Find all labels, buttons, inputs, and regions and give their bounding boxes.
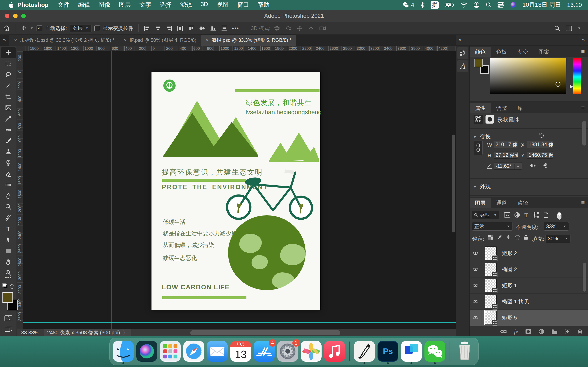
home-icon[interactable]	[3, 25, 10, 32]
brush-tool[interactable]	[1, 135, 16, 146]
dock-item-trash[interactable]	[454, 341, 475, 362]
align-center-v-icon[interactable]	[199, 25, 206, 32]
link-layers-icon[interactable]	[500, 329, 507, 334]
lock-position-icon[interactable]	[506, 235, 511, 240]
type-tool[interactable]: T	[1, 224, 16, 234]
filter-adjustment-layers-icon[interactable]	[514, 212, 520, 218]
siri-menu-icon[interactable]	[510, 2, 516, 8]
dock-item-pen-app[interactable]	[354, 341, 375, 362]
ruler-corner[interactable]	[17, 46, 23, 51]
new-group-icon[interactable]	[551, 329, 558, 334]
layer-style-icon[interactable]: fx	[514, 328, 518, 335]
auto-select-checkbox[interactable]: ✓	[36, 25, 42, 31]
saturation-field[interactable]	[490, 58, 566, 94]
dock-item-siri[interactable]	[136, 341, 157, 362]
input-method-icon[interactable]: 拼	[431, 1, 439, 9]
align-right-icon[interactable]	[165, 25, 173, 32]
dock-item-photoshop[interactable]: Ps	[378, 341, 398, 362]
height-field[interactable]: 27.12 像素	[494, 151, 518, 159]
dock-item-finder[interactable]	[113, 341, 134, 362]
collapse-panels-icon[interactable]: «	[458, 37, 461, 43]
screen-mode-icon[interactable]	[1, 324, 16, 335]
lock-transparent-pixels-icon[interactable]	[488, 235, 493, 240]
dock-item-safari[interactable]	[183, 341, 204, 362]
lasso-tool[interactable]	[1, 69, 16, 80]
menu-item-滤镜[interactable]: 滤镜	[180, 1, 192, 9]
battery-icon[interactable]	[445, 2, 454, 8]
eyedropper-tool[interactable]	[1, 113, 16, 124]
wechat-menu-icon[interactable]: 4	[402, 2, 414, 8]
menu-item-文字[interactable]: 文字	[139, 1, 151, 9]
distribute-h-icon[interactable]	[177, 25, 183, 32]
layer-name[interactable]: 椭圆 2	[502, 266, 517, 273]
dock-item-calendar[interactable]: 10月13	[230, 341, 251, 362]
color-tab-颜色[interactable]: 颜色	[470, 47, 491, 57]
menu-item-帮助[interactable]: 帮助	[258, 1, 269, 9]
rectangle-tool[interactable]	[1, 245, 16, 257]
eraser-tool[interactable]	[1, 168, 16, 179]
panel-menu-icon[interactable]: ≡	[581, 104, 585, 111]
layer-row-椭圆 2[interactable]: 椭圆 2	[470, 261, 588, 277]
layer-name[interactable]: 椭圆 1 拷贝	[502, 298, 529, 305]
delete-layer-icon[interactable]	[577, 329, 583, 334]
document-tab-1[interactable]: ×未标题-1.psd @ 33.3% (形状 2 拷贝, 红/8) *	[9, 35, 119, 46]
blend-mode-dropdown[interactable]: 正常▼	[472, 222, 512, 231]
dock-item-mail[interactable]	[207, 341, 228, 362]
dodge-tool[interactable]	[1, 201, 16, 212]
canvas-vertical-scrollbar[interactable]	[452, 134, 455, 233]
reset-transform-icon[interactable]	[538, 132, 545, 139]
document-info[interactable]: 2480 像素 x 3508 像素 (300 ppi) 〉	[44, 329, 131, 336]
dock-item-photos[interactable]	[301, 341, 321, 362]
transform-section-header[interactable]: ▼变换	[473, 133, 491, 140]
lock-artboard-icon[interactable]	[515, 235, 520, 240]
close-tab-icon[interactable]: ×	[206, 37, 209, 43]
document-tab-2[interactable]: ×IP.psd @ 50% (图层 4, RGB/8)	[119, 35, 201, 46]
add-mask-icon[interactable]	[525, 329, 532, 334]
layer-row-椭圆 1 拷贝[interactable]: 椭圆 1 拷贝	[470, 294, 588, 310]
close-tab-icon[interactable]: ×	[14, 37, 17, 43]
auto-select-dropdown[interactable]: 图层 ▼	[70, 24, 91, 33]
dock-item-wechat[interactable]	[424, 341, 445, 362]
properties-tab-库[interactable]: 库	[512, 103, 528, 113]
vertical-guide[interactable]	[111, 51, 112, 329]
panel-menu-icon[interactable]: ≡	[581, 199, 585, 206]
dock-item-music[interactable]	[324, 341, 345, 362]
menu-app-name[interactable]: Photoshop	[17, 2, 48, 8]
layer-filter-toggle[interactable]	[557, 212, 562, 220]
dock-item-appstore[interactable]: 4	[254, 341, 275, 362]
menu-item-窗口[interactable]: 窗口	[237, 1, 249, 9]
dock-item-settings[interactable]: 1	[277, 341, 298, 362]
layer-row-矩形 1[interactable]: 矩形 1	[470, 277, 588, 294]
layers-scrollbar[interactable]	[583, 263, 586, 292]
menu-item-视图[interactable]: 视图	[217, 1, 229, 9]
filter-smart-objects-icon[interactable]	[543, 212, 549, 218]
flip-horizontal-icon[interactable]	[529, 162, 536, 169]
layer-name[interactable]: 矩形 5	[502, 314, 517, 321]
chevron-down-icon[interactable]: ▼	[515, 164, 520, 169]
quick-mask-icon[interactable]	[1, 313, 16, 324]
align-top-icon[interactable]	[188, 25, 195, 32]
properties-tab-调整[interactable]: 调整	[491, 103, 512, 113]
poster-document[interactable]: 绿色发展，和谐共生 lvsefazhan,hexiegongsheng 提高环保…	[151, 72, 320, 310]
scrollbar-thumb[interactable]	[190, 330, 340, 335]
align-center-h-icon[interactable]	[155, 25, 162, 32]
layers-tab-图层[interactable]: 图层	[470, 198, 491, 208]
layer-row-矩形 5[interactable]: 矩形 5	[470, 310, 588, 326]
layer-row-矩形 2[interactable]: 矩形 2	[470, 245, 588, 261]
new-adjustment-layer-icon[interactable]	[539, 329, 544, 334]
history-brush-tool[interactable]	[1, 157, 16, 168]
zoom-window-button[interactable]	[21, 14, 26, 18]
canvas-pasteboard[interactable]: 绿色发展，和谐共生 lvsefazhan,hexiegongsheng 提高环保…	[23, 51, 456, 329]
expand-panels-icon[interactable]: »	[582, 37, 585, 43]
rectangular-marquee-tool[interactable]	[1, 58, 16, 69]
crop-tool[interactable]	[1, 91, 16, 102]
workspace-icon[interactable]	[566, 25, 572, 31]
layer-name[interactable]: 矩形 1	[502, 282, 517, 289]
bluetooth-icon[interactable]	[420, 2, 424, 8]
path-selection-tool[interactable]	[1, 234, 16, 245]
x-field[interactable]: 1881.84 像	[527, 141, 553, 148]
flip-vertical-icon[interactable]	[542, 162, 549, 169]
menu-date[interactable]: 10月13日 周日	[522, 1, 561, 9]
healing-tool[interactable]	[1, 124, 16, 135]
document-tab-3[interactable]: ×海报.psd @ 33.3% (矩形 5, RGB/8) *	[201, 35, 296, 46]
